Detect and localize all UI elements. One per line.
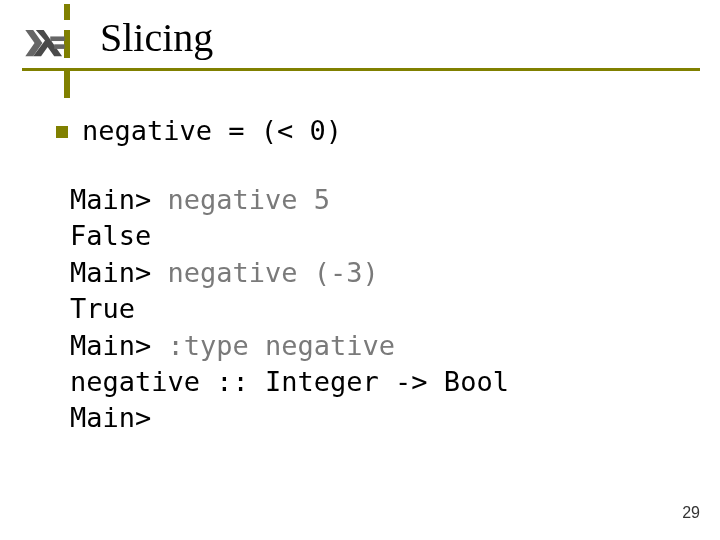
svg-rect-2 xyxy=(50,36,64,41)
repl-prompt: Main> xyxy=(70,402,151,433)
page-number: 29 xyxy=(682,504,700,522)
bullet-icon xyxy=(56,126,68,138)
repl-prompt: Main> xyxy=(70,257,168,288)
title-underline xyxy=(22,68,700,71)
decor-tick xyxy=(64,70,70,98)
repl-output: False xyxy=(70,220,151,251)
decor-tick xyxy=(64,4,70,20)
definition-code: negative = (< 0) xyxy=(82,114,342,148)
svg-rect-3 xyxy=(54,44,65,49)
repl-prompt: Main> xyxy=(70,184,168,215)
slide-title: Slicing xyxy=(100,14,213,61)
repl-input: :type negative xyxy=(168,330,396,361)
haskell-logo-icon xyxy=(24,28,66,58)
repl-output: True xyxy=(70,293,135,324)
repl-input: negative (-3) xyxy=(168,257,379,288)
repl-input: negative 5 xyxy=(168,184,331,215)
repl-prompt: Main> xyxy=(70,330,168,361)
repl-output: negative :: Integer -> Bool xyxy=(70,366,509,397)
repl-session: Main> negative 5 False Main> negative (-… xyxy=(70,182,664,437)
